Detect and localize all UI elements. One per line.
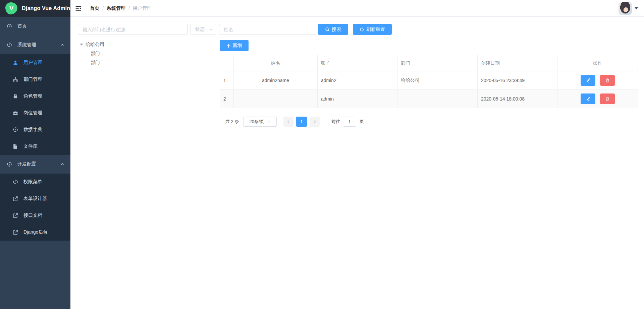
sidebar-item-label: Django后台 (23, 229, 48, 235)
next-page-button[interactable] (310, 117, 320, 127)
sidebar-item-label: 表单设计器 (23, 196, 47, 202)
status-select-placeholder: 状态 (195, 26, 209, 33)
status-select[interactable]: 状态 (191, 24, 216, 35)
cell-name (234, 90, 318, 108)
sidebar-menu: 首页 系统管理 用户管理 部门管理 (0, 17, 70, 241)
refresh-reset-button[interactable]: 刷新重置 (353, 24, 392, 35)
external-link-icon (13, 213, 18, 218)
pagination-total: 共 2 条 (225, 116, 239, 127)
tree-expand-icon[interactable] (80, 44, 83, 46)
sidebar-item-label: 权限菜单 (23, 179, 42, 185)
column-header-index (220, 55, 234, 71)
trash-icon (605, 97, 610, 101)
breadcrumb-separator: / (128, 6, 130, 11)
logo-icon: V (5, 2, 17, 14)
sidebar-item-label: 用户管理 (23, 60, 42, 66)
sidebar-item-permissions[interactable]: 权限菜单 (0, 174, 70, 190)
breadcrumb-separator: / (102, 6, 104, 11)
submenu-system: 用户管理 部门管理 角色管理 岗位管理 (0, 54, 70, 155)
sidebar-item-dictionary[interactable]: 数据字典 (0, 121, 70, 138)
sidebar-item-system[interactable]: 系统管理 (0, 36, 70, 54)
column-header-created: 创建日期 (478, 55, 557, 71)
sidebar-logo[interactable]: V Django Vue Admin (0, 0, 70, 17)
sidebar-item-label: 部门管理 (23, 76, 42, 82)
breadcrumb: 首页 / 系统管理 / 用户管理 (90, 0, 152, 17)
search-button-label: 搜索 (332, 26, 341, 33)
sidebar-item-devconfig[interactable]: 开发配置 (0, 155, 70, 174)
sidebar-item-django-admin[interactable]: Django后台 (0, 224, 70, 241)
department-tree: 哈哈公司 部门一 部门二 (78, 40, 105, 67)
sidebar-item-label: 文件库 (23, 143, 38, 149)
breadcrumb-home[interactable]: 首页 (90, 5, 99, 11)
avatar[interactable] (619, 2, 632, 15)
plus-icon (226, 44, 231, 48)
external-link-icon (13, 230, 18, 235)
cell-index: 1 (220, 71, 234, 90)
cell-name: admin2name (234, 71, 318, 90)
tree-node-child[interactable]: 部门二 (78, 58, 105, 67)
cell-account: admin2 (318, 71, 397, 90)
sidebar-item-departments[interactable]: 部门管理 (0, 71, 70, 88)
sidebar-item-label: 开发配置 (17, 161, 36, 167)
add-user-button[interactable]: 新增 (220, 40, 249, 51)
breadcrumb-system[interactable]: 系统管理 (107, 5, 125, 11)
compass-icon (13, 179, 18, 185)
user-icon (13, 60, 18, 65)
submenu-devconfig: 权限菜单 表单设计器 接口文档 Django后台 (0, 174, 70, 241)
chevron-down-icon (209, 27, 213, 32)
chevron-up-icon (60, 162, 64, 166)
page-size-select[interactable]: 20条/页 (243, 117, 277, 127)
tree-node-child[interactable]: 部门一 (78, 49, 105, 58)
sidebar-item-roles[interactable]: 角色管理 (0, 88, 70, 105)
delete-button[interactable] (600, 75, 615, 86)
edit-button[interactable] (581, 93, 595, 104)
tree-node-label: 部门二 (91, 60, 105, 66)
caret-down-icon (635, 7, 638, 9)
cell-created: 2020-05-16 23:39:49 (478, 71, 557, 90)
trash-icon (605, 78, 610, 83)
goto-page-input[interactable] (343, 117, 356, 127)
pagination: 共 2 条 20条/页 1 前往 页 (220, 116, 461, 127)
briefcase-icon (13, 110, 18, 116)
sidebar-item-files[interactable]: 文件库 (0, 138, 70, 155)
column-header-actions: 操作 (557, 55, 638, 71)
search-button[interactable]: 搜索 (318, 24, 348, 35)
logo-title: Django Vue Admin (22, 5, 70, 11)
arrow-right-icon (313, 120, 317, 124)
page-number-button[interactable]: 1 (296, 117, 307, 127)
cell-account: admin (318, 90, 397, 108)
sidebar-item-posts[interactable]: 岗位管理 (0, 105, 70, 121)
cell-dept: 哈哈公司 (397, 71, 478, 90)
user-menu[interactable] (619, 2, 638, 15)
cell-created: 2020-05-14 18:00:08 (478, 90, 557, 108)
cell-actions (557, 71, 638, 90)
edit-button[interactable] (581, 75, 595, 86)
chevron-up-icon (60, 43, 64, 47)
top-header: 首页 / 系统管理 / 用户管理 (70, 0, 644, 17)
dept-filter-input[interactable] (78, 24, 188, 35)
delete-button[interactable] (600, 93, 615, 104)
column-header-name: 姓名 (234, 55, 318, 71)
sidebar-item-label: 数据字典 (23, 127, 42, 133)
tree-node-root[interactable]: 哈哈公司 (78, 40, 105, 49)
lock-icon (13, 93, 18, 99)
sidebar-item-api-docs[interactable]: 接口文档 (0, 207, 70, 224)
tree-node-label: 哈哈公司 (86, 42, 104, 48)
cell-actions (557, 90, 638, 108)
sidebar-item-users[interactable]: 用户管理 (0, 54, 70, 71)
refresh-icon (360, 27, 364, 32)
page-unit-label: 页 (360, 116, 364, 127)
prev-page-button[interactable] (283, 117, 293, 127)
logo-letter: V (9, 5, 14, 12)
cell-index: 2 (220, 90, 234, 108)
add-button-label: 新增 (233, 43, 242, 49)
sidebar-collapse-icon[interactable] (75, 5, 82, 12)
sidebar-item-form-designer[interactable]: 表单设计器 (0, 190, 70, 207)
file-icon (13, 144, 18, 149)
name-filter-input[interactable] (219, 24, 316, 35)
compass-icon (13, 127, 18, 132)
table-row: 2 admin 2020-05-14 18:00:08 (220, 90, 638, 108)
sidebar-item-home[interactable]: 首页 (0, 17, 70, 36)
sidebar-item-label: 岗位管理 (23, 110, 42, 116)
tree-node-label: 部门一 (91, 51, 105, 57)
